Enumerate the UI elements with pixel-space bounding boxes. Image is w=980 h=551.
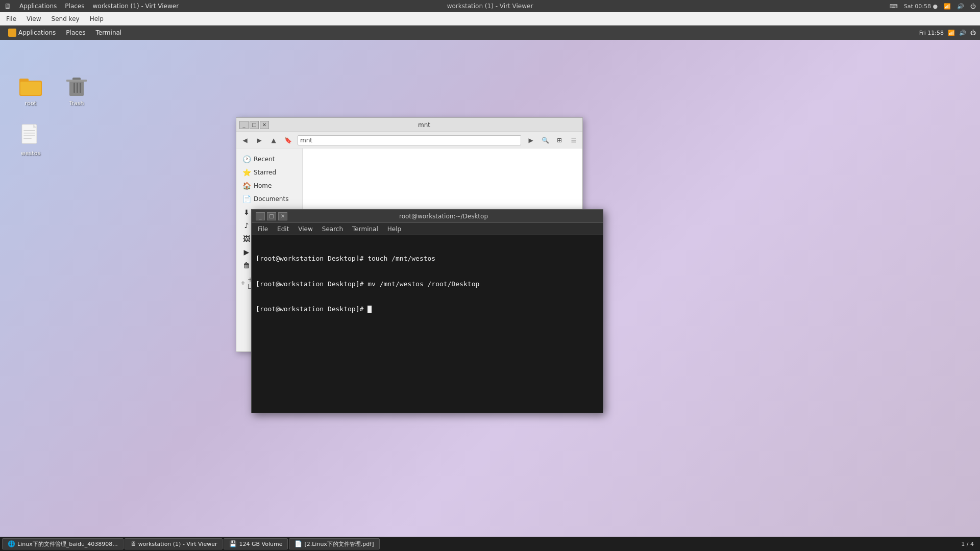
host-baidu-icon: 🌐 [8, 540, 15, 547]
fm-up-btn[interactable]: ▲ [267, 134, 280, 146]
host-window-title: workstation (1) - Virt Viewer [92, 3, 179, 10]
terminal-maximize-btn[interactable]: □ [267, 212, 276, 220]
terminal-close-btn[interactable]: ✕ [278, 212, 287, 220]
terminal-menu-view[interactable]: View [294, 224, 316, 234]
fm-sidebar-home[interactable]: 🏠 Home [236, 179, 302, 192]
host-pdf-label: [2.Linux下的文件管理.pdf] [304, 540, 374, 548]
host-volume-icon: 🔊 [957, 3, 964, 10]
desktop-icon-westos[interactable]: westos [10, 121, 51, 159]
terminal-menubar: File Edit View Search Terminal Help [252, 223, 603, 235]
svg-rect-6 [74, 83, 75, 93]
fm-maximize-btn[interactable]: □ [250, 121, 259, 129]
host-taskbar-virt[interactable]: 🖥 workstation (1) - Virt Viewer [125, 538, 223, 549]
desktop-icon-trash[interactable]: Trash [56, 71, 97, 109]
guest-places-label: Places [66, 29, 85, 36]
svg-rect-5 [66, 80, 87, 82]
fm-path-text: mnt [300, 137, 312, 144]
guest-terminal-btn[interactable]: Terminal [91, 28, 126, 37]
guest-panel-right: Fri 11:58 📶 🔊 ⏻ [919, 30, 976, 36]
host-topbar: 🖥 Applications Places workstation (1) - … [0, 0, 980, 12]
music-icon: ♪ [242, 221, 251, 230]
guest-applications-btn[interactable]: Applications [4, 28, 60, 38]
terminal-minimize-btn[interactable]: _ [256, 212, 265, 220]
fm-sidebar-documents[interactable]: 📄 Documents [236, 192, 302, 206]
fm-forward-btn[interactable]: ▶ [253, 134, 266, 146]
guest-panel: Applications Places Terminal Fri 11:58 📶… [0, 26, 980, 40]
recent-icon: 🕐 [242, 155, 251, 163]
terminal-menu-file[interactable]: File [254, 224, 272, 234]
fm-back-btn[interactable]: ◀ [238, 134, 252, 146]
terminal-line-3: [root@workstation Desktop]# [256, 304, 599, 314]
guest-network-icon: 📶 [948, 30, 955, 36]
fm-search-btn[interactable]: 🔍 [538, 134, 552, 146]
host-topbar-left: 🖥 Applications Places workstation (1) - … [4, 2, 179, 10]
fm-bookmarks-btn[interactable]: 🔖 [281, 134, 295, 146]
terminal-title-text: root@workstation:~/Desktop [287, 213, 600, 220]
terminal-content[interactable]: [root@workstation Desktop]# touch /mnt/w… [252, 235, 603, 413]
fm-toolbar: ◀ ▶ ▲ 🔖 mnt ▶ 🔍 ⊞ ☰ [236, 132, 582, 148]
virt-menu-sendkey[interactable]: Send key [47, 14, 84, 23]
host-taskbar-baidu[interactable]: 🌐 Linux下的文件管理_baidu_4038908... [2, 538, 124, 549]
host-window-title-center: workstation (1) - Virt Viewer [447, 3, 533, 10]
host-input-icon: ⌨ [890, 3, 898, 10]
svg-rect-2 [20, 82, 41, 95]
fm-sidebar-recent[interactable]: 🕐 Recent [236, 153, 302, 166]
trash-icon-label: Trash [69, 100, 84, 107]
host-applications-label[interactable]: Applications [19, 3, 57, 10]
pictures-icon: 🖼 [242, 235, 251, 243]
terminal-line-2: [root@workstation Desktop]# mv /mnt/west… [256, 279, 599, 289]
host-taskbar-right: 1 / 4 [961, 541, 978, 547]
documents-icon: 📄 [242, 195, 251, 203]
host-virt-label: workstation (1) - Virt Viewer [138, 541, 217, 547]
starred-icon: ⭐ [242, 168, 251, 177]
fm-view-list-btn[interactable]: ☰ [567, 134, 580, 146]
videos-icon: ▶ [242, 248, 251, 256]
host-taskbar-pdf[interactable]: 📄 [2.Linux下的文件管理.pdf] [289, 538, 379, 549]
host-topbar-center: workstation (1) - Virt Viewer [447, 3, 533, 10]
terminal-menu-edit[interactable]: Edit [273, 224, 293, 234]
guest-places-btn[interactable]: Places [62, 28, 89, 37]
guest-time: Fri 11:58 [919, 30, 944, 36]
terminal-menu-help[interactable]: Help [383, 224, 405, 234]
fm-sidebar-home-label: Home [254, 182, 272, 189]
svg-rect-7 [77, 83, 78, 93]
host-taskbar: 🌐 Linux下的文件管理_baidu_4038908... 🖥 worksta… [0, 537, 980, 551]
home-icon: 🏠 [242, 182, 251, 190]
fm-title: mnt [269, 121, 579, 129]
host-topbar-right: ⌨ Sat 00:58 ● 📶 🔊 ⏻ [890, 3, 976, 10]
trash-icon [64, 73, 89, 98]
terminal-cursor [368, 306, 372, 313]
guest-panel-left: Applications Places Terminal [4, 28, 126, 38]
virt-menu-view[interactable]: View [22, 14, 45, 23]
fm-close-btn[interactable]: ✕ [260, 121, 269, 129]
terminal-line-1: [root@workstation Desktop]# touch /mnt/w… [256, 254, 599, 264]
guest-volume-icon: 🔊 [959, 30, 966, 36]
virt-menu-file[interactable]: File [2, 14, 20, 23]
host-wifi-icon: 📶 [944, 3, 951, 10]
virt-menu-help[interactable]: Help [86, 14, 108, 23]
host-virt-icon: 🖥 [130, 540, 136, 547]
terminal-menu-search[interactable]: Search [318, 224, 347, 234]
host-app-icon: 🖥 [4, 2, 11, 10]
guest-terminal-label: Terminal [95, 29, 121, 36]
add-icon: + [240, 280, 246, 287]
terminal-menu-terminal[interactable]: Terminal [348, 224, 382, 234]
terminal-titlebar: _ □ ✕ root@workstation:~/Desktop [252, 210, 603, 223]
guest-power-icon: ⏻ [970, 30, 976, 36]
host-taskbar-volume[interactable]: 💾 124 GB Volume [224, 538, 288, 549]
terminal-window: _ □ ✕ root@workstation:~/Desktop File Ed… [251, 209, 603, 413]
fm-sidebar-starred[interactable]: ⭐ Starred [236, 166, 302, 179]
virt-menubar: File View Send key Help [0, 12, 980, 26]
host-volume-task-icon: 💾 [229, 540, 237, 547]
desktop-icon-root[interactable]: root [10, 71, 51, 109]
fm-view-icons-btn[interactable]: ⊞ [553, 134, 566, 146]
downloads-icon: ⬇ [242, 208, 251, 216]
fm-path-bar[interactable]: mnt [298, 135, 521, 145]
fm-minimize-btn[interactable]: _ [239, 121, 249, 129]
fm-title-buttons: _ □ ✕ [239, 121, 269, 129]
fm-path-next-btn[interactable]: ▶ [524, 134, 537, 146]
host-places-label[interactable]: Places [65, 3, 84, 10]
host-volume-label: 124 GB Volume [239, 541, 282, 547]
host-page-indicator: 1 / 4 [961, 541, 974, 547]
svg-rect-8 [80, 83, 81, 93]
